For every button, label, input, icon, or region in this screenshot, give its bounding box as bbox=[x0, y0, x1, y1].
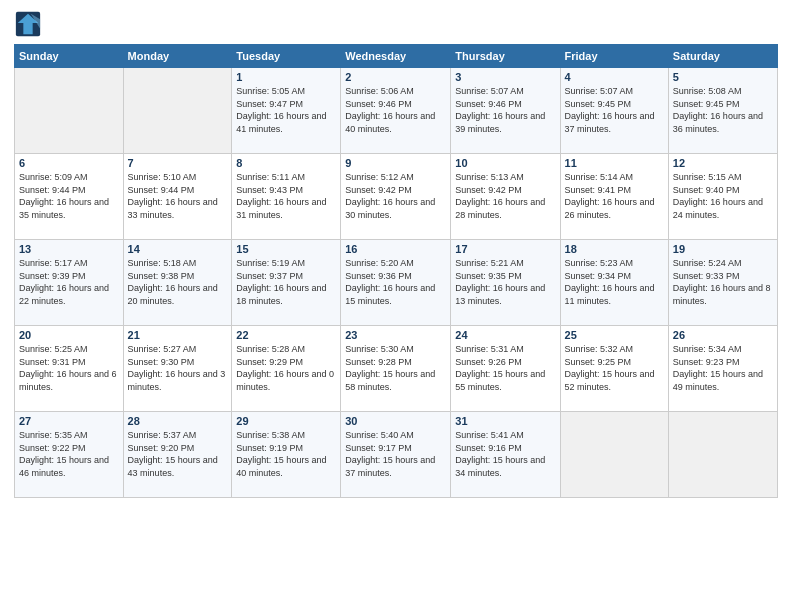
day-cell bbox=[560, 412, 668, 498]
day-number: 11 bbox=[565, 157, 664, 169]
day-info: Sunrise: 5:35 AM Sunset: 9:22 PM Dayligh… bbox=[19, 429, 119, 479]
day-cell: 6Sunrise: 5:09 AM Sunset: 9:44 PM Daylig… bbox=[15, 154, 124, 240]
day-cell: 19Sunrise: 5:24 AM Sunset: 9:33 PM Dayli… bbox=[668, 240, 777, 326]
day-cell: 3Sunrise: 5:07 AM Sunset: 9:46 PM Daylig… bbox=[451, 68, 560, 154]
day-number: 25 bbox=[565, 329, 664, 341]
day-cell: 12Sunrise: 5:15 AM Sunset: 9:40 PM Dayli… bbox=[668, 154, 777, 240]
day-info: Sunrise: 5:34 AM Sunset: 9:23 PM Dayligh… bbox=[673, 343, 773, 393]
day-cell: 2Sunrise: 5:06 AM Sunset: 9:46 PM Daylig… bbox=[341, 68, 451, 154]
day-info: Sunrise: 5:37 AM Sunset: 9:20 PM Dayligh… bbox=[128, 429, 228, 479]
day-cell: 1Sunrise: 5:05 AM Sunset: 9:47 PM Daylig… bbox=[232, 68, 341, 154]
day-cell: 26Sunrise: 5:34 AM Sunset: 9:23 PM Dayli… bbox=[668, 326, 777, 412]
week-row-2: 13Sunrise: 5:17 AM Sunset: 9:39 PM Dayli… bbox=[15, 240, 778, 326]
day-cell: 16Sunrise: 5:20 AM Sunset: 9:36 PM Dayli… bbox=[341, 240, 451, 326]
day-number: 12 bbox=[673, 157, 773, 169]
header-tuesday: Tuesday bbox=[232, 45, 341, 68]
day-info: Sunrise: 5:32 AM Sunset: 9:25 PM Dayligh… bbox=[565, 343, 664, 393]
day-info: Sunrise: 5:20 AM Sunset: 9:36 PM Dayligh… bbox=[345, 257, 446, 307]
day-info: Sunrise: 5:17 AM Sunset: 9:39 PM Dayligh… bbox=[19, 257, 119, 307]
header-saturday: Saturday bbox=[668, 45, 777, 68]
day-number: 14 bbox=[128, 243, 228, 255]
day-cell: 17Sunrise: 5:21 AM Sunset: 9:35 PM Dayli… bbox=[451, 240, 560, 326]
day-cell bbox=[123, 68, 232, 154]
day-number: 1 bbox=[236, 71, 336, 83]
day-cell: 25Sunrise: 5:32 AM Sunset: 9:25 PM Dayli… bbox=[560, 326, 668, 412]
header-monday: Monday bbox=[123, 45, 232, 68]
day-info: Sunrise: 5:13 AM Sunset: 9:42 PM Dayligh… bbox=[455, 171, 555, 221]
day-number: 15 bbox=[236, 243, 336, 255]
day-info: Sunrise: 5:10 AM Sunset: 9:44 PM Dayligh… bbox=[128, 171, 228, 221]
day-number: 27 bbox=[19, 415, 119, 427]
day-info: Sunrise: 5:15 AM Sunset: 9:40 PM Dayligh… bbox=[673, 171, 773, 221]
day-cell: 31Sunrise: 5:41 AM Sunset: 9:16 PM Dayli… bbox=[451, 412, 560, 498]
week-row-0: 1Sunrise: 5:05 AM Sunset: 9:47 PM Daylig… bbox=[15, 68, 778, 154]
logo-icon bbox=[14, 10, 42, 38]
calendar-table: SundayMondayTuesdayWednesdayThursdayFrid… bbox=[14, 44, 778, 498]
week-row-4: 27Sunrise: 5:35 AM Sunset: 9:22 PM Dayli… bbox=[15, 412, 778, 498]
day-number: 4 bbox=[565, 71, 664, 83]
day-cell: 22Sunrise: 5:28 AM Sunset: 9:29 PM Dayli… bbox=[232, 326, 341, 412]
day-number: 30 bbox=[345, 415, 446, 427]
day-info: Sunrise: 5:08 AM Sunset: 9:45 PM Dayligh… bbox=[673, 85, 773, 135]
day-cell: 5Sunrise: 5:08 AM Sunset: 9:45 PM Daylig… bbox=[668, 68, 777, 154]
day-cell: 29Sunrise: 5:38 AM Sunset: 9:19 PM Dayli… bbox=[232, 412, 341, 498]
day-number: 7 bbox=[128, 157, 228, 169]
day-number: 6 bbox=[19, 157, 119, 169]
day-info: Sunrise: 5:41 AM Sunset: 9:16 PM Dayligh… bbox=[455, 429, 555, 479]
day-info: Sunrise: 5:25 AM Sunset: 9:31 PM Dayligh… bbox=[19, 343, 119, 393]
day-cell: 24Sunrise: 5:31 AM Sunset: 9:26 PM Dayli… bbox=[451, 326, 560, 412]
header-thursday: Thursday bbox=[451, 45, 560, 68]
day-cell: 20Sunrise: 5:25 AM Sunset: 9:31 PM Dayli… bbox=[15, 326, 124, 412]
day-info: Sunrise: 5:31 AM Sunset: 9:26 PM Dayligh… bbox=[455, 343, 555, 393]
day-cell bbox=[668, 412, 777, 498]
day-info: Sunrise: 5:06 AM Sunset: 9:46 PM Dayligh… bbox=[345, 85, 446, 135]
day-cell: 13Sunrise: 5:17 AM Sunset: 9:39 PM Dayli… bbox=[15, 240, 124, 326]
header-friday: Friday bbox=[560, 45, 668, 68]
header-row: SundayMondayTuesdayWednesdayThursdayFrid… bbox=[15, 45, 778, 68]
day-number: 5 bbox=[673, 71, 773, 83]
day-cell: 30Sunrise: 5:40 AM Sunset: 9:17 PM Dayli… bbox=[341, 412, 451, 498]
day-info: Sunrise: 5:21 AM Sunset: 9:35 PM Dayligh… bbox=[455, 257, 555, 307]
week-row-1: 6Sunrise: 5:09 AM Sunset: 9:44 PM Daylig… bbox=[15, 154, 778, 240]
day-info: Sunrise: 5:07 AM Sunset: 9:45 PM Dayligh… bbox=[565, 85, 664, 135]
day-info: Sunrise: 5:14 AM Sunset: 9:41 PM Dayligh… bbox=[565, 171, 664, 221]
day-number: 10 bbox=[455, 157, 555, 169]
day-info: Sunrise: 5:11 AM Sunset: 9:43 PM Dayligh… bbox=[236, 171, 336, 221]
day-number: 22 bbox=[236, 329, 336, 341]
day-cell: 18Sunrise: 5:23 AM Sunset: 9:34 PM Dayli… bbox=[560, 240, 668, 326]
day-cell: 27Sunrise: 5:35 AM Sunset: 9:22 PM Dayli… bbox=[15, 412, 124, 498]
day-cell: 23Sunrise: 5:30 AM Sunset: 9:28 PM Dayli… bbox=[341, 326, 451, 412]
day-cell: 8Sunrise: 5:11 AM Sunset: 9:43 PM Daylig… bbox=[232, 154, 341, 240]
day-number: 3 bbox=[455, 71, 555, 83]
day-number: 28 bbox=[128, 415, 228, 427]
day-info: Sunrise: 5:12 AM Sunset: 9:42 PM Dayligh… bbox=[345, 171, 446, 221]
day-number: 23 bbox=[345, 329, 446, 341]
day-number: 31 bbox=[455, 415, 555, 427]
day-number: 20 bbox=[19, 329, 119, 341]
day-number: 19 bbox=[673, 243, 773, 255]
day-info: Sunrise: 5:19 AM Sunset: 9:37 PM Dayligh… bbox=[236, 257, 336, 307]
day-info: Sunrise: 5:27 AM Sunset: 9:30 PM Dayligh… bbox=[128, 343, 228, 393]
day-info: Sunrise: 5:28 AM Sunset: 9:29 PM Dayligh… bbox=[236, 343, 336, 393]
day-cell bbox=[15, 68, 124, 154]
day-number: 18 bbox=[565, 243, 664, 255]
day-cell: 28Sunrise: 5:37 AM Sunset: 9:20 PM Dayli… bbox=[123, 412, 232, 498]
header-wednesday: Wednesday bbox=[341, 45, 451, 68]
page-header bbox=[14, 10, 778, 38]
day-number: 2 bbox=[345, 71, 446, 83]
day-info: Sunrise: 5:40 AM Sunset: 9:17 PM Dayligh… bbox=[345, 429, 446, 479]
day-number: 13 bbox=[19, 243, 119, 255]
week-row-3: 20Sunrise: 5:25 AM Sunset: 9:31 PM Dayli… bbox=[15, 326, 778, 412]
day-cell: 7Sunrise: 5:10 AM Sunset: 9:44 PM Daylig… bbox=[123, 154, 232, 240]
day-cell: 11Sunrise: 5:14 AM Sunset: 9:41 PM Dayli… bbox=[560, 154, 668, 240]
day-info: Sunrise: 5:07 AM Sunset: 9:46 PM Dayligh… bbox=[455, 85, 555, 135]
day-number: 8 bbox=[236, 157, 336, 169]
day-cell: 9Sunrise: 5:12 AM Sunset: 9:42 PM Daylig… bbox=[341, 154, 451, 240]
day-number: 17 bbox=[455, 243, 555, 255]
day-info: Sunrise: 5:38 AM Sunset: 9:19 PM Dayligh… bbox=[236, 429, 336, 479]
day-info: Sunrise: 5:18 AM Sunset: 9:38 PM Dayligh… bbox=[128, 257, 228, 307]
day-number: 29 bbox=[236, 415, 336, 427]
logo bbox=[14, 10, 46, 38]
day-info: Sunrise: 5:30 AM Sunset: 9:28 PM Dayligh… bbox=[345, 343, 446, 393]
day-info: Sunrise: 5:05 AM Sunset: 9:47 PM Dayligh… bbox=[236, 85, 336, 135]
